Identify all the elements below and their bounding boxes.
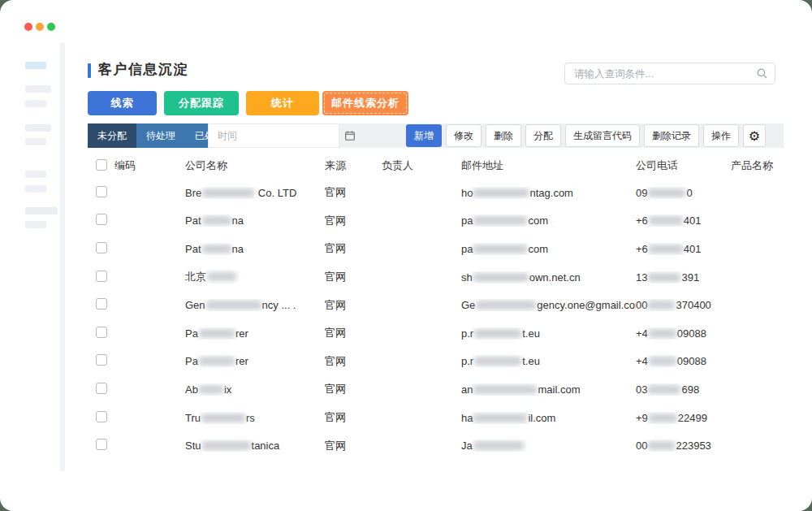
search-input[interactable] bbox=[572, 67, 757, 80]
app-window: 客户信息沉淀 线索 分配跟踪 统计 邮件线索分析 未分配 待处理 已处理 bbox=[0, 0, 812, 511]
sidebar-item[interactable] bbox=[25, 85, 51, 93]
window-close-button[interactable] bbox=[24, 23, 32, 31]
tab-email-lead-analysis[interactable]: 邮件线索分析 bbox=[322, 91, 408, 115]
redacted-text bbox=[202, 216, 231, 225]
cell-email: pacom bbox=[461, 214, 636, 227]
time-filter bbox=[208, 123, 339, 148]
delete-button[interactable]: 删除 bbox=[486, 124, 521, 147]
table-row: Bre Co. LTD官网hontag.com090 bbox=[88, 179, 784, 207]
cell-email: Gegency.one@gmail.com bbox=[461, 299, 636, 311]
calendar-icon[interactable] bbox=[345, 131, 355, 141]
cell-phone: +6401 bbox=[636, 214, 731, 227]
cell-email: pacom bbox=[461, 243, 636, 255]
cell-phone: +6401 bbox=[636, 243, 731, 255]
row-checkbox[interactable] bbox=[96, 242, 107, 253]
column-header-phone: 公司电话 bbox=[636, 158, 731, 173]
cell-phone: 00223953 bbox=[636, 440, 731, 452]
redacted-text bbox=[473, 245, 527, 253]
row-checkbox[interactable] bbox=[96, 411, 107, 422]
redacted-text bbox=[649, 414, 677, 422]
row-checkbox[interactable] bbox=[96, 383, 107, 394]
cell-email: p.rt.eu bbox=[461, 327, 636, 340]
segment-unassigned[interactable]: 未分配 bbox=[88, 123, 136, 148]
table-row: Patna官网pacom+6401 bbox=[88, 235, 784, 263]
sidebar-item[interactable] bbox=[25, 185, 46, 193]
assign-button[interactable]: 分配 bbox=[525, 124, 561, 147]
table-row: Genncy ... .官网Gegency.one@gmail.com00370… bbox=[88, 291, 784, 319]
redacted-text bbox=[648, 301, 675, 310]
row-checkbox[interactable] bbox=[96, 186, 107, 197]
window-zoom-button[interactable] bbox=[47, 23, 55, 31]
cell-email: hail.com bbox=[461, 412, 636, 424]
redacted-text bbox=[474, 329, 521, 338]
redacted-text bbox=[474, 357, 521, 366]
select-all-checkbox[interactable] bbox=[96, 159, 107, 171]
sidebar-item-active[interactable] bbox=[25, 62, 46, 69]
operate-button[interactable]: 操作 bbox=[703, 124, 739, 147]
delete-records-button[interactable]: 删除记录 bbox=[644, 124, 699, 147]
toolbar-actions: 新增 修改 删除 分配 生成留言代码 删除记录 操作 ⚙ bbox=[406, 124, 766, 147]
sidebar-divider bbox=[60, 42, 65, 471]
cell-source: 官网 bbox=[325, 241, 382, 256]
redacted-text bbox=[202, 245, 231, 253]
window-minimize-button[interactable] bbox=[36, 23, 44, 31]
segment-pending[interactable]: 待处理 bbox=[136, 123, 185, 148]
redacted-text bbox=[648, 188, 685, 197]
tab-leads[interactable]: 线索 bbox=[88, 91, 157, 115]
cell-phone: +409088 bbox=[636, 355, 731, 367]
table-body: Bre Co. LTD官网hontag.com090Patna官网pacom+6… bbox=[88, 179, 784, 460]
settings-button[interactable]: ⚙ bbox=[743, 124, 766, 147]
column-header-owner: 负责人 bbox=[382, 158, 461, 173]
sidebar-item[interactable] bbox=[25, 207, 58, 214]
row-checkbox[interactable] bbox=[96, 439, 107, 450]
cell-company: Trurs bbox=[185, 412, 325, 424]
cell-company: Patna bbox=[185, 243, 325, 255]
sidebar-item[interactable] bbox=[25, 171, 46, 178]
cell-company: Patna bbox=[185, 214, 325, 227]
redacted-text bbox=[473, 188, 529, 197]
sidebar-item[interactable] bbox=[25, 221, 46, 228]
redacted-text bbox=[202, 188, 254, 197]
cell-company: Abix bbox=[185, 383, 325, 396]
cell-email: anmail.com bbox=[461, 383, 636, 396]
column-header-code: 编码 bbox=[114, 158, 185, 173]
table-row: Parer官网p.rt.eu+409088 bbox=[88, 319, 784, 348]
redacted-text bbox=[207, 272, 236, 281]
title-accent-bar bbox=[88, 63, 91, 78]
redacted-text bbox=[648, 441, 675, 450]
cell-company: Bre Co. LTD bbox=[185, 187, 325, 199]
row-checkbox[interactable] bbox=[96, 271, 107, 282]
redacted-text bbox=[206, 301, 261, 310]
row-checkbox[interactable] bbox=[96, 214, 107, 225]
cell-source: 官网 bbox=[325, 410, 382, 425]
row-checkbox[interactable] bbox=[96, 327, 107, 338]
table-row: Parer官网p.rt.eu+409088 bbox=[88, 348, 784, 376]
row-checkbox[interactable] bbox=[96, 354, 107, 366]
edit-button[interactable]: 修改 bbox=[446, 124, 482, 147]
sidebar-item[interactable] bbox=[25, 100, 46, 107]
redacted-text bbox=[649, 357, 676, 366]
redacted-text bbox=[202, 441, 251, 450]
tab-statistics[interactable]: 统计 bbox=[246, 91, 319, 115]
table-row: Patna官网pacom+6401 bbox=[88, 207, 784, 236]
redacted-text bbox=[201, 414, 245, 422]
generate-message-code-button[interactable]: 生成留言代码 bbox=[565, 124, 640, 147]
page-title: 客户信息沉淀 bbox=[98, 60, 188, 79]
time-input[interactable] bbox=[216, 129, 345, 142]
desktop-backdrop: 客户信息沉淀 线索 分配跟踪 统计 邮件线索分析 未分配 待处理 已处理 bbox=[0, 0, 812, 511]
cell-company: Parer bbox=[185, 355, 325, 367]
sidebar-item[interactable] bbox=[25, 138, 46, 145]
cell-phone: 03698 bbox=[636, 383, 731, 396]
search-box bbox=[564, 63, 775, 84]
column-header-company: 公司名称 bbox=[185, 158, 325, 173]
table-header-row: 编码 公司名称 来源 负责人 邮件地址 公司电话 产品名称 bbox=[88, 153, 784, 179]
cell-source: 官网 bbox=[325, 439, 382, 453]
sidebar-item[interactable] bbox=[25, 124, 51, 132]
cell-source: 官网 bbox=[325, 214, 382, 228]
tab-assignment-tracking[interactable]: 分配跟踪 bbox=[164, 91, 239, 115]
search-icon[interactable] bbox=[757, 68, 767, 79]
row-checkbox[interactable] bbox=[96, 298, 107, 310]
add-button[interactable]: 新增 bbox=[406, 124, 442, 147]
cell-phone: 090 bbox=[636, 187, 731, 199]
column-header-source: 来源 bbox=[325, 158, 382, 173]
